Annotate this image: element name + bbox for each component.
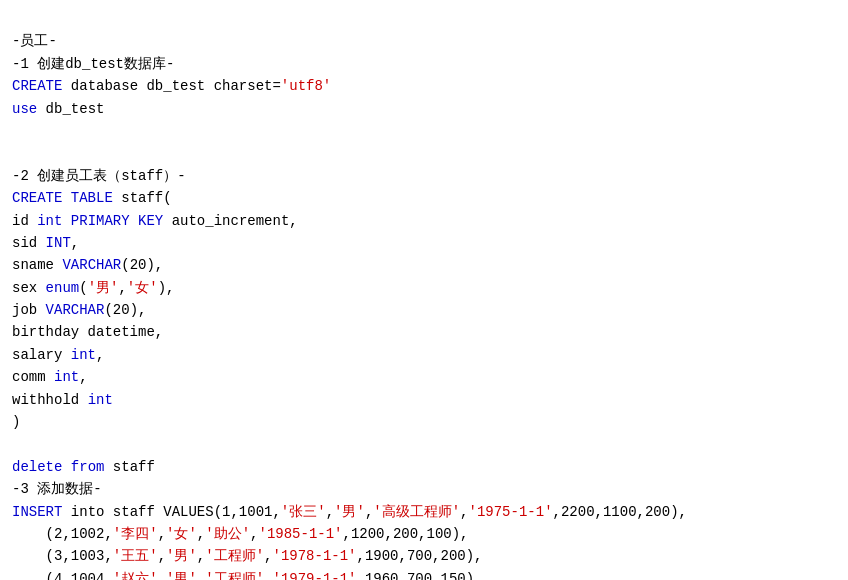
code-line: -员工-	[12, 30, 836, 52]
code-line: -1 创建db_test数据库-	[12, 53, 836, 75]
code-line	[12, 120, 836, 142]
code-line: )	[12, 411, 836, 433]
code-line: -3 添加数据-	[12, 478, 836, 500]
code-line	[12, 142, 836, 164]
code-line: (3,1003,'王五','男','工程师','1978-1-1',1900,7…	[12, 545, 836, 567]
code-line: CREATE TABLE staff(	[12, 187, 836, 209]
code-editor: -员工--1 创建db_test数据库-CREATE database db_t…	[12, 8, 836, 580]
code-line: (2,1002,'李四','女','助公','1985-1-1',1200,20…	[12, 523, 836, 545]
code-line: salary int,	[12, 344, 836, 366]
code-line: (4,1004,'赵六','男','工程师','1979-1-1',1960,7…	[12, 568, 836, 580]
code-line: birthday datetime,	[12, 321, 836, 343]
code-line: CREATE database db_test charset='utf8'	[12, 75, 836, 97]
code-line: comm int,	[12, 366, 836, 388]
code-line: INSERT into staff VALUES(1,1001,'张三','男'…	[12, 501, 836, 523]
code-line	[12, 433, 836, 455]
code-line: delete from staff	[12, 456, 836, 478]
code-line: sname VARCHAR(20),	[12, 254, 836, 276]
code-line: -2 创建员工表（staff）-	[12, 165, 836, 187]
code-line: id int PRIMARY KEY auto_increment,	[12, 210, 836, 232]
code-line: sid INT,	[12, 232, 836, 254]
code-line: sex enum('男','女'),	[12, 277, 836, 299]
code-line: job VARCHAR(20),	[12, 299, 836, 321]
code-line: use db_test	[12, 98, 836, 120]
code-line: withhold int	[12, 389, 836, 411]
